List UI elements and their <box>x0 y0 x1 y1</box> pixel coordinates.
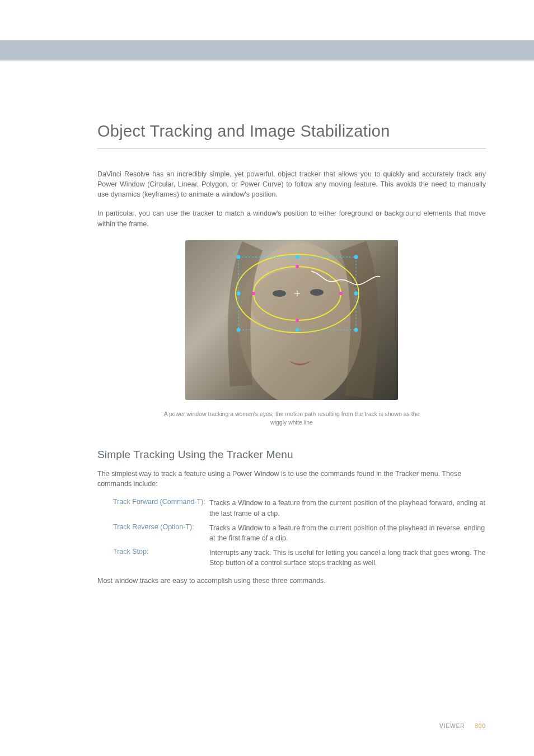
command-description: Tracks a Window to a feature from the cu… <box>209 523 486 543</box>
svg-point-14 <box>296 319 299 322</box>
svg-point-11 <box>237 291 241 295</box>
svg-point-16 <box>339 292 343 295</box>
command-list: Track Forward (Command-T): Tracks a Wind… <box>97 498 486 568</box>
svg-point-20 <box>310 289 324 296</box>
command-term: Track Reverse (Option-T): <box>97 523 209 543</box>
svg-point-8 <box>354 328 358 332</box>
tracking-overlay-icon <box>185 240 398 400</box>
figure-image <box>185 240 398 400</box>
svg-point-13 <box>296 265 299 268</box>
svg-point-15 <box>252 292 255 295</box>
svg-point-12 <box>354 291 358 295</box>
svg-point-7 <box>237 328 241 332</box>
svg-point-1 <box>250 268 350 335</box>
command-term: Track Forward (Command-T): <box>97 498 209 518</box>
svg-point-6 <box>354 255 358 259</box>
footer-page-number: 300 <box>475 723 486 729</box>
header-color-bar <box>0 40 534 60</box>
figure-wrap <box>97 240 486 402</box>
command-description: Interrupts any track. This is useful for… <box>209 548 486 568</box>
command-row: Track Stop: Interrupts any track. This i… <box>97 548 486 568</box>
command-row: Track Reverse (Option-T): Tracks a Windo… <box>97 523 486 543</box>
intro-paragraph-1: DaVinci Resolve has an incredibly simple… <box>97 169 486 199</box>
section-outro: Most window tracks are easy to accomplis… <box>97 576 486 586</box>
svg-point-9 <box>296 255 299 259</box>
section-intro: The simplest way to track a feature usin… <box>97 469 486 489</box>
footer-section-label: VIEWER <box>439 723 465 729</box>
svg-point-10 <box>296 328 299 332</box>
command-term: Track Stop: <box>97 548 209 568</box>
svg-point-19 <box>273 290 286 297</box>
intro-paragraph-2: In particular, you can use the tracker t… <box>97 208 486 228</box>
section-title: Simple Tracking Using the Tracker Menu <box>97 449 486 461</box>
figure-caption: A power window tracking a women's eyes; … <box>163 410 420 428</box>
svg-point-5 <box>237 255 241 259</box>
chapter-title: Object Tracking and Image Stabilization <box>97 122 486 149</box>
command-row: Track Forward (Command-T): Tracks a Wind… <box>97 498 486 518</box>
command-description: Tracks a Window to a feature from the cu… <box>209 498 486 518</box>
page-footer: VIEWER 300 <box>439 723 486 729</box>
page-content: Object Tracking and Image Stabilization … <box>0 60 534 586</box>
